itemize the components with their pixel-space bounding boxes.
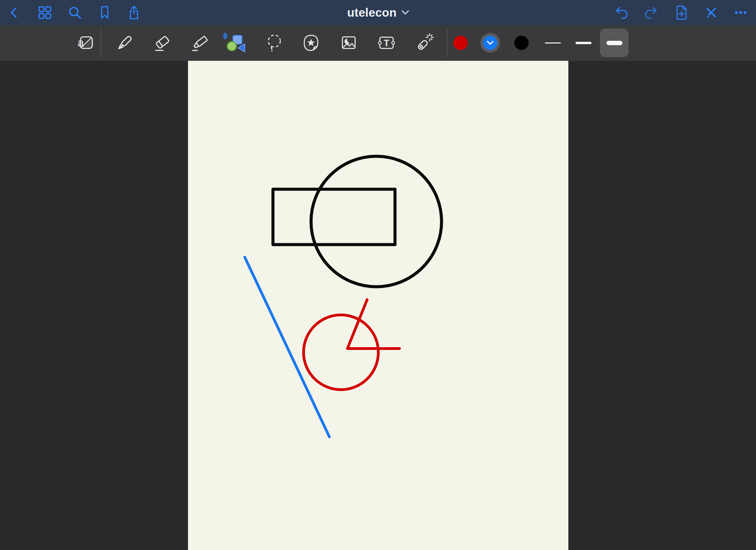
tools-toolbar: a (0, 25, 756, 61)
thin-stroke-sample (545, 42, 561, 43)
svg-text:a: a (78, 36, 84, 49)
laser-pointer-tool[interactable] (413, 32, 435, 54)
ink-stroke-black-circle (311, 156, 442, 287)
laser-pointer-icon (413, 32, 435, 54)
image-tool[interactable] (338, 32, 360, 54)
more-options-button[interactable] (733, 5, 748, 20)
share-button[interactable] (126, 5, 141, 20)
undo-icon (614, 5, 629, 20)
add-page-icon (674, 5, 688, 20)
document-title: utelecon (347, 6, 397, 19)
swatch-chevron-down-icon (487, 41, 494, 45)
back-chevron-icon (7, 6, 21, 19)
bluetooth-icon (223, 33, 227, 39)
toolbar-divider (101, 29, 101, 57)
zoom-window-icon: a (76, 32, 97, 53)
color-swatch-red[interactable] (450, 32, 471, 54)
lasso-tool[interactable] (263, 32, 285, 54)
ink-stroke-red-circle (304, 315, 378, 390)
color-swatch-blue[interactable] (479, 32, 501, 54)
text-icon: T (376, 32, 397, 53)
blue-color-dot (483, 36, 497, 50)
thumbnails-grid-icon (38, 5, 52, 20)
drawing-layer[interactable] (188, 61, 568, 550)
pen-tool[interactable] (114, 32, 136, 54)
bookmark-icon (98, 5, 111, 20)
thick-stroke-sample (606, 41, 622, 45)
elements-tool[interactable] (300, 32, 322, 54)
back-button[interactable] (7, 5, 22, 20)
bookmark-button[interactable] (97, 5, 112, 20)
ink-stroke-black-rectangle (273, 189, 395, 245)
zoom-window-tool[interactable]: a (75, 32, 97, 54)
title-chevron-down-icon (401, 10, 409, 15)
stroke-width-thick[interactable] (600, 29, 629, 57)
elements-sticker-icon (300, 32, 322, 53)
redo-icon (644, 5, 659, 20)
ink-stroke-blue-diagonal-line (245, 257, 329, 437)
stroke-width-medium[interactable] (569, 29, 598, 57)
search-button[interactable] (67, 5, 82, 20)
eraser-icon (151, 32, 173, 54)
ink-stroke-red-angle-lines (347, 300, 399, 349)
pen-icon (114, 32, 136, 54)
add-page-button[interactable] (674, 5, 689, 20)
share-icon (127, 5, 141, 20)
highlighter-tool[interactable] (189, 32, 211, 54)
shapes-tool[interactable] (222, 32, 248, 54)
medium-stroke-sample (575, 42, 591, 44)
undo-button[interactable] (614, 5, 629, 20)
stroke-width-thin[interactable] (538, 29, 567, 57)
image-icon (338, 32, 359, 53)
document-title-menu[interactable]: utelecon (347, 0, 409, 25)
page-canvas[interactable] (188, 61, 568, 550)
shapes-icon (222, 32, 248, 54)
toolbar-divider (447, 29, 447, 57)
black-color-dot (514, 36, 529, 50)
redo-button[interactable] (644, 5, 659, 20)
highlighter-icon (189, 32, 211, 54)
eraser-tool[interactable] (151, 32, 173, 54)
text-tool[interactable]: T (376, 32, 397, 54)
red-color-dot (453, 36, 468, 50)
color-swatch-black[interactable] (511, 32, 532, 54)
canvas-background (0, 61, 756, 550)
stop-editing-button[interactable] (704, 5, 719, 20)
top-navbar: utelecon (0, 0, 756, 25)
pencil-cross-icon (704, 5, 718, 20)
lasso-icon (264, 32, 285, 53)
svg-text:T: T (384, 38, 390, 48)
page-thumbnails-button[interactable] (37, 5, 52, 20)
ellipsis-icon (733, 5, 748, 20)
search-icon (68, 5, 82, 20)
